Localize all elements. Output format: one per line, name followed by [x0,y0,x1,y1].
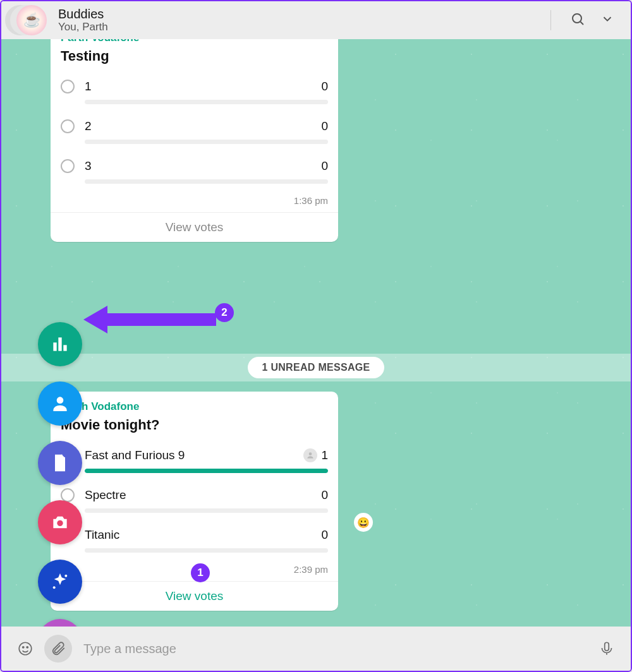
poll-option-label: Fast and Furious 9 [85,448,303,462]
svg-rect-17 [605,642,609,651]
chat-header: ☕ Buddies You, Parth [1,1,631,39]
svg-rect-4 [58,337,61,351]
attach-camera-button[interactable] [38,500,82,544]
chevron-down-icon[interactable] [600,12,614,28]
poll-option[interactable]: 1 0 [61,80,328,104]
message-input[interactable] [77,642,588,656]
group-avatar[interactable]: ☕ [5,5,51,35]
attach-room-button[interactable] [38,560,82,604]
poll-option-votes: 0 [321,80,328,93]
emoji-button[interactable] [11,635,39,663]
paperclip-icon [50,640,66,657]
poll-option[interactable]: 3 0 [61,159,328,184]
emoji-icon [17,640,33,657]
header-divider [550,10,551,30]
sender-name: Parth Vodafone [61,400,328,413]
svg-marker-12 [83,306,216,333]
svg-point-7 [57,520,63,526]
mic-icon [599,640,615,657]
radio-icon[interactable] [61,119,75,133]
radio-icon[interactable] [61,159,75,173]
poll-option-votes: 0 [321,159,328,173]
contact-icon [50,393,70,414]
poll-bar [85,179,328,184]
unread-pill: 1 UNREAD MESSAGE [248,357,384,378]
attach-contact-button[interactable] [38,381,82,426]
camera-icon [50,512,70,532]
svg-rect-5 [63,345,66,351]
radio-icon[interactable] [61,80,75,93]
mic-button[interactable] [593,635,621,663]
poll-option-label: 3 [85,159,321,173]
poll-option-label: 2 [85,119,321,133]
chat-title-block[interactable]: Buddies You, Parth [58,7,108,33]
poll-option[interactable]: 2 0 [61,119,328,144]
chat-subtitle: You, Parth [58,21,108,33]
attach-button[interactable] [44,635,72,663]
sparkle-icon [50,572,70,592]
svg-point-9 [53,586,56,589]
annotation-arrow-2 [83,301,216,341]
poll-option[interactable]: Fast and Furious 9 1 [61,448,328,473]
view-votes-button[interactable]: View votes [61,582,328,604]
voter-avatar-icon [303,448,317,462]
message-input-bar [1,627,631,671]
sender-name: Parth Vodafone [61,39,328,44]
poll-bar [85,140,328,144]
poll-option-votes: 0 [321,528,328,542]
annotation-badge-1: 1 [191,563,210,582]
unread-divider: 1 UNREAD MESSAGE [1,354,631,381]
poll-option-votes: 1 [303,448,328,462]
svg-point-16 [27,647,28,648]
message-time: 1:36 pm [61,195,328,206]
document-icon [50,453,70,473]
poll-option-label: Titanic [85,528,321,542]
poll-option-votes: 0 [321,119,328,133]
poll-bar [85,469,328,473]
attachment-menu [38,322,82,627]
svg-point-14 [19,642,32,655]
emoji-reaction[interactable]: 😀 [354,513,373,532]
svg-point-15 [23,647,24,648]
poll-option[interactable]: Titanic 0 [61,528,328,553]
attach-poll-button[interactable] [38,322,82,366]
chat-title: Buddies [58,7,108,21]
svg-line-1 [581,22,584,25]
poll-icon [50,334,70,354]
svg-rect-3 [53,342,56,351]
poll-option-votes: 0 [321,488,328,502]
poll-title: Movie tonight? [61,417,328,433]
annotation-badge-2: 2 [215,303,234,322]
svg-point-0 [573,14,581,23]
attach-document-button[interactable] [38,441,82,485]
svg-point-6 [57,397,64,404]
poll-bar [85,508,328,513]
poll-bar [85,548,328,553]
poll-title: Testing [61,48,328,64]
poll-option[interactable]: Spectre 0 [61,488,328,513]
svg-point-8 [64,575,67,577]
search-icon[interactable] [570,11,585,29]
poll-message-1[interactable]: Parth Vodafone Testing 1 0 2 0 [51,39,338,242]
poll-option-label: 1 [85,80,321,93]
poll-option-label: Spectre [85,488,321,502]
poll-bar [85,100,328,104]
chat-area: Parth Vodafone Testing 1 0 2 0 [1,39,631,627]
svg-point-2 [309,452,312,455]
view-votes-button[interactable]: View votes [61,213,328,236]
